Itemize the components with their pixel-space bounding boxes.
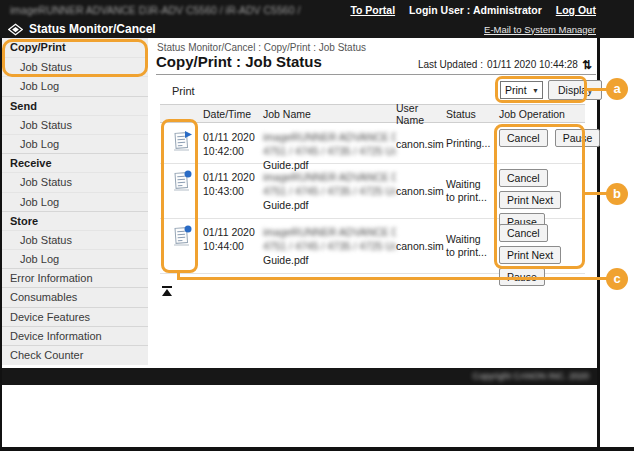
document-waiting-icon xyxy=(160,219,203,273)
sidebar-item-store-job-log[interactable]: Job Log xyxy=(2,249,148,268)
col-status: Status xyxy=(446,108,499,120)
print-section-label: Print xyxy=(172,85,195,97)
job-type-select[interactable]: Print ▼ xyxy=(500,81,543,99)
pause-button[interactable]: Pause xyxy=(499,268,545,286)
callout-badge-c: c xyxy=(606,268,628,290)
job-user-name: canon.sim xyxy=(396,185,446,197)
job-status: Waiting to print... xyxy=(446,178,499,204)
job-operations: Cancel Print Next Pause xyxy=(499,219,585,273)
copyright-blurred: Copyright CANON INC. 2020 xyxy=(472,371,589,381)
job-name-file: Guide.pdf xyxy=(263,199,309,211)
callout-badge-a: a xyxy=(606,78,628,100)
sidebar-item-device-information[interactable]: Device Information xyxy=(2,326,148,345)
chevron-down-icon: ▼ xyxy=(529,87,542,94)
job-date: 01/11 2020 xyxy=(203,171,255,183)
top-bar-device-row: imageRUNNER ADVANCE DX iR-ADV C5560 / iR… xyxy=(0,0,634,20)
job-operations: Cancel Pause xyxy=(499,124,585,163)
cancel-button[interactable]: Cancel xyxy=(499,129,548,147)
sidebar-section-send: Send xyxy=(2,96,148,115)
sidebar-section-receive: Receive xyxy=(2,153,148,172)
job-name: imageRUNNER ADVANCE DX 4751 / 4745 / 473… xyxy=(263,219,396,273)
job-status: Printing... xyxy=(446,137,499,150)
jobs-table: 01/11 2020 10:42:00 imageRUNNER ADVANCE … xyxy=(160,124,585,274)
login-user-text: Login User : Administrator xyxy=(409,4,542,16)
app-title: Status Monitor/Cancel xyxy=(29,22,156,36)
job-date-time: 01/11 2020 10:43:00 xyxy=(203,164,263,218)
col-job-name: Job Name xyxy=(263,108,396,120)
last-updated-value: 01/11 2020 10:44:28 xyxy=(487,59,578,70)
remote-ui-page: imageRUNNER ADVANCE DX iR-ADV C5560 / iR… xyxy=(0,0,634,451)
sidebar-item-store-job-status[interactable]: Job Status xyxy=(2,230,148,249)
job-name: imageRUNNER ADVANCE DX 4751 / 4745 / 473… xyxy=(263,164,396,218)
sidebar-item-check-counter[interactable]: Check Counter xyxy=(2,345,148,364)
job-date: 01/11 2020 xyxy=(203,131,255,143)
table-row: 01/11 2020 10:42:00 imageRUNNER ADVANCE … xyxy=(160,124,585,164)
remote-ui-logo-icon xyxy=(8,23,23,36)
print-next-button[interactable]: Print Next xyxy=(499,246,561,264)
login-user-label: Login User : xyxy=(409,4,470,16)
job-name-blurred-line: 4751 / 4745 / 4735 / 4725 User's xyxy=(263,144,396,158)
page-title: Copy/Print : Job Status xyxy=(156,53,322,70)
sidebar-section-store: Store xyxy=(2,211,148,230)
sidebar-item-receive-job-status[interactable]: Job Status xyxy=(2,172,148,191)
sidebar-item-error-information[interactable]: Error Information xyxy=(2,268,148,287)
job-name-blurred-line: 4751 / 4745 / 4735 / 4725 User's xyxy=(263,184,396,198)
cancel-button[interactable]: Cancel xyxy=(499,169,548,187)
job-name-blurred-line: 4751 / 4745 / 4735 / 4725 User's xyxy=(263,239,396,253)
cancel-button[interactable]: Cancel xyxy=(499,224,548,242)
job-name-blurred-line: imageRUNNER ADVANCE DX xyxy=(263,130,396,144)
device-name-blurred: imageRUNNER ADVANCE DX xyxy=(10,4,148,16)
to-portal-link[interactable]: To Portal xyxy=(350,4,395,16)
document-waiting-icon xyxy=(160,164,203,218)
sidebar-section-copy-print: Copy/Print xyxy=(2,38,148,57)
sidebar-item-copyprint-job-status[interactable]: Job Status xyxy=(2,57,148,76)
sidebar-item-device-features[interactable]: Device Features xyxy=(2,307,148,326)
display-button[interactable]: Display xyxy=(548,80,602,100)
col-date-time: Date/Time xyxy=(203,108,263,120)
title-divider xyxy=(156,74,596,75)
top-bar-title-row: Status Monitor/Cancel E-Mail to System M… xyxy=(0,20,634,38)
last-updated: Last Updated : 01/11 2020 10:44:28 ⇅ xyxy=(418,59,592,70)
job-name-blurred-line: imageRUNNER ADVANCE DX xyxy=(263,225,396,239)
job-operations: Cancel Print Next Pause xyxy=(499,164,585,218)
callout-badge-b: b xyxy=(606,183,628,205)
footer-bar: Copyright CANON INC. 2020 xyxy=(2,368,597,385)
job-user-name: canon.sim xyxy=(396,138,446,150)
pause-button[interactable]: Pause xyxy=(555,129,601,147)
document-printing-icon xyxy=(160,124,203,163)
job-time: 10:43:00 xyxy=(203,185,244,197)
frame-border-bottom xyxy=(0,447,634,451)
sidebar-item-copyprint-job-log[interactable]: Job Log xyxy=(2,76,148,95)
jobs-table-header: Date/Time Job Name User Name Status Job … xyxy=(160,104,585,123)
job-name-file: Guide.pdf xyxy=(263,254,309,266)
login-user-value: Administrator xyxy=(473,4,542,16)
print-next-button[interactable]: Print Next xyxy=(499,191,561,209)
job-date-time: 01/11 2020 10:42:00 xyxy=(203,124,263,163)
job-date: 01/11 2020 xyxy=(203,226,255,238)
job-time: 10:44:00 xyxy=(203,240,244,252)
sidebar: Copy/Print Job Status Job Log Send Job S… xyxy=(2,38,148,365)
job-type-select-value: Print xyxy=(505,84,527,96)
sidebar-item-send-job-log[interactable]: Job Log xyxy=(2,134,148,153)
email-to-system-manager-link[interactable]: E-Mail to System Manager xyxy=(484,24,596,35)
device-series-blurred: iR-ADV C5560 / iR-ADV C5560 / xyxy=(148,4,350,16)
top-bar: imageRUNNER ADVANCE DX iR-ADV C5560 / iR… xyxy=(0,0,634,38)
col-user-name: User Name xyxy=(396,102,446,126)
sidebar-item-send-job-status[interactable]: Job Status xyxy=(2,115,148,134)
table-row: 01/11 2020 10:43:00 imageRUNNER ADVANCE … xyxy=(160,164,585,219)
job-status: Waiting to print... xyxy=(446,233,499,259)
refresh-icon[interactable]: ⇅ xyxy=(582,60,592,70)
job-name: imageRUNNER ADVANCE DX 4751 / 4745 / 473… xyxy=(263,124,396,163)
sidebar-item-receive-job-log[interactable]: Job Log xyxy=(2,192,148,211)
col-job-operation: Job Operation xyxy=(499,108,585,120)
top-links: To Portal Login User : Administrator Log… xyxy=(350,4,596,16)
sidebar-item-consumables[interactable]: Consumables xyxy=(2,287,148,306)
job-time: 10:42:00 xyxy=(203,145,244,157)
job-date-time: 01/11 2020 10:44:00 xyxy=(203,219,263,273)
job-user-name: canon.sim xyxy=(396,240,446,252)
back-to-top-icon[interactable] xyxy=(161,286,173,296)
last-updated-label: Last Updated : xyxy=(418,59,483,70)
log-out-link[interactable]: Log Out xyxy=(556,4,596,16)
callout-line-b xyxy=(583,192,607,195)
table-row: 01/11 2020 10:44:00 imageRUNNER ADVANCE … xyxy=(160,219,585,274)
